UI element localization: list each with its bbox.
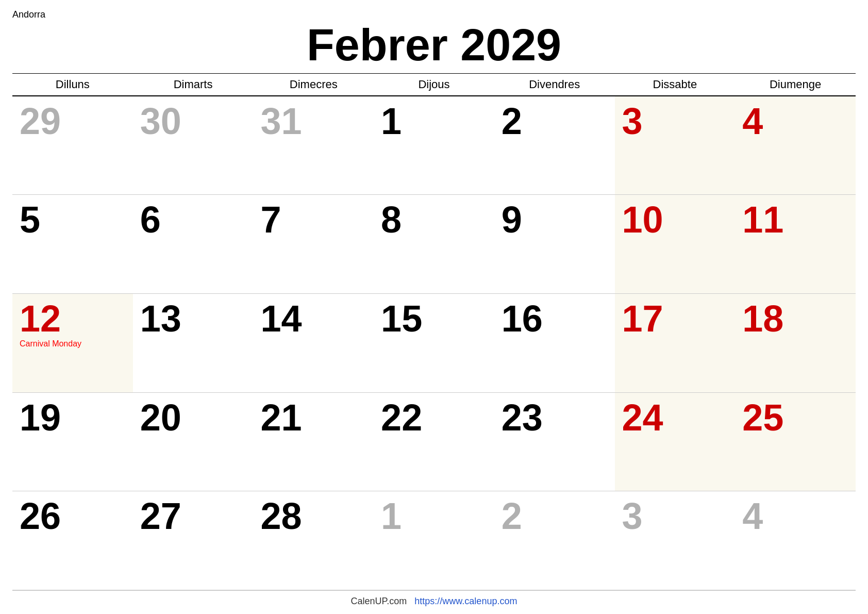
month-title: Febrer 2029 bbox=[12, 20, 856, 70]
week-row-3: 19202122232425 bbox=[12, 392, 856, 491]
day-number: 10 bbox=[622, 201, 728, 238]
calendar-cell: 12Carnival Monday bbox=[12, 293, 133, 392]
weekday-header-divendres: Divendres bbox=[494, 73, 615, 96]
calendar-cell: 30 bbox=[133, 96, 254, 195]
day-number: 11 bbox=[742, 201, 848, 238]
calendar-cell: 2 bbox=[494, 96, 615, 195]
calendar-cell: 1 bbox=[374, 96, 494, 195]
calendar-cell: 6 bbox=[133, 195, 254, 294]
calendar-cell: 18 bbox=[735, 293, 856, 392]
weekday-header-dijous: Dijous bbox=[374, 73, 494, 96]
day-number: 2 bbox=[502, 103, 608, 140]
calendar-cell: 4 bbox=[735, 96, 856, 195]
day-number: 22 bbox=[381, 399, 487, 436]
calendar-cell: 25 bbox=[735, 392, 856, 491]
country-label: Andorra bbox=[12, 9, 856, 20]
calendar-cell: 29 bbox=[12, 96, 133, 195]
calendar-cell: 13 bbox=[133, 293, 254, 392]
day-number: 14 bbox=[260, 300, 366, 337]
calendar-cell: 19 bbox=[12, 392, 133, 491]
day-number: 12 bbox=[20, 300, 126, 337]
day-number: 18 bbox=[742, 300, 848, 337]
calendar-cell: 31 bbox=[253, 96, 374, 195]
day-number: 28 bbox=[260, 497, 366, 535]
calendar-cell: 3 bbox=[615, 491, 736, 590]
day-number: 2 bbox=[502, 497, 608, 535]
calendar-table: DillunsDimartsDimecresDijousDivendresDis… bbox=[12, 73, 856, 590]
calendar-page: Andorra Febrer 2029 DillunsDimartsDimecr… bbox=[0, 0, 868, 614]
week-row-4: 2627281234 bbox=[12, 491, 856, 590]
day-number: 21 bbox=[260, 399, 366, 436]
calendar-body: 293031123456789101112Carnival Monday1314… bbox=[12, 96, 856, 590]
calendar-cell: 20 bbox=[133, 392, 254, 491]
calendar-cell: 23 bbox=[494, 392, 615, 491]
calendar-cell: 15 bbox=[374, 293, 494, 392]
week-row-2: 12Carnival Monday131415161718 bbox=[12, 293, 856, 392]
day-number: 26 bbox=[20, 497, 126, 535]
day-number: 9 bbox=[502, 201, 608, 238]
calendar-cell: 14 bbox=[253, 293, 374, 392]
day-number: 1 bbox=[381, 103, 487, 140]
holiday-label: Carnival Monday bbox=[20, 339, 126, 349]
calendar-cell: 24 bbox=[615, 392, 736, 491]
footer-site-name: CalenUP.com bbox=[351, 596, 407, 606]
day-number: 13 bbox=[140, 300, 246, 337]
calendar-cell: 10 bbox=[615, 195, 736, 294]
day-number: 23 bbox=[502, 399, 608, 436]
calendar-cell: 5 bbox=[12, 195, 133, 294]
calendar-cell: 4 bbox=[735, 491, 856, 590]
day-number: 19 bbox=[20, 399, 126, 436]
weekday-header-diumenge: Diumenge bbox=[735, 73, 856, 96]
calendar-cell: 16 bbox=[494, 293, 615, 392]
calendar-cell: 17 bbox=[615, 293, 736, 392]
calendar-cell: 7 bbox=[253, 195, 374, 294]
weekday-header-dimarts: Dimarts bbox=[133, 73, 254, 96]
day-number: 25 bbox=[742, 399, 848, 436]
day-number: 5 bbox=[20, 201, 126, 238]
calendar-cell: 9 bbox=[494, 195, 615, 294]
day-number: 31 bbox=[260, 103, 366, 140]
calendar-cell: 3 bbox=[615, 96, 736, 195]
calendar-cell: 22 bbox=[374, 392, 494, 491]
day-number: 27 bbox=[140, 497, 246, 535]
footer: CalenUP.com https://www.calenup.com bbox=[12, 590, 856, 609]
day-number: 16 bbox=[502, 300, 608, 337]
calendar-cell: 27 bbox=[133, 491, 254, 590]
weekday-header-dissabte: Dissabte bbox=[615, 73, 736, 96]
day-number: 4 bbox=[742, 103, 848, 140]
calendar-cell: 28 bbox=[253, 491, 374, 590]
weekday-header-dilluns: Dilluns bbox=[12, 73, 133, 96]
weekday-header-row: DillunsDimartsDimecresDijousDivendresDis… bbox=[12, 73, 856, 96]
calendar-cell: 8 bbox=[374, 195, 494, 294]
calendar-cell: 26 bbox=[12, 491, 133, 590]
day-number: 3 bbox=[622, 103, 728, 140]
day-number: 15 bbox=[381, 300, 487, 337]
day-number: 17 bbox=[622, 300, 728, 337]
weekday-header-dimecres: Dimecres bbox=[253, 73, 374, 96]
day-number: 30 bbox=[140, 103, 246, 140]
day-number: 6 bbox=[140, 201, 246, 238]
day-number: 24 bbox=[622, 399, 728, 436]
week-row-1: 567891011 bbox=[12, 195, 856, 294]
day-number: 4 bbox=[742, 497, 848, 535]
day-number: 3 bbox=[622, 497, 728, 535]
calendar-cell: 1 bbox=[374, 491, 494, 590]
calendar-cell: 21 bbox=[253, 392, 374, 491]
calendar-cell: 11 bbox=[735, 195, 856, 294]
day-number: 7 bbox=[260, 201, 366, 238]
day-number: 8 bbox=[381, 201, 487, 238]
day-number: 29 bbox=[20, 103, 126, 140]
week-row-0: 2930311234 bbox=[12, 96, 856, 195]
calendar-cell: 2 bbox=[494, 491, 615, 590]
footer-site-url: https://www.calenup.com bbox=[414, 596, 517, 606]
day-number: 20 bbox=[140, 399, 246, 436]
day-number: 1 bbox=[381, 497, 487, 535]
